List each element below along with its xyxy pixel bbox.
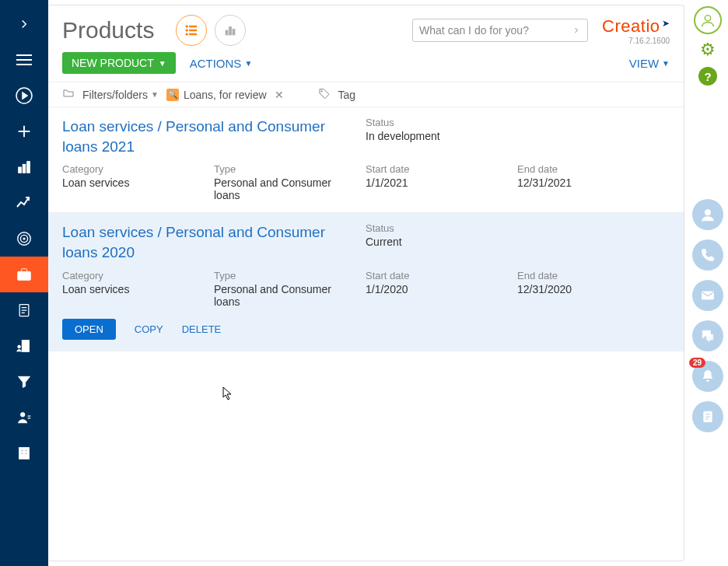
nav-expand[interactable] (0, 6, 48, 42)
gear-icon: ⚙ (700, 40, 716, 60)
bell-icon (700, 369, 716, 384)
svg-rect-3 (27, 162, 30, 173)
product-row[interactable]: Loan services / Personal and Consumer lo… (48, 213, 684, 351)
category-label: Category (62, 163, 103, 175)
phone-rail-button[interactable] (692, 239, 723, 271)
help-button[interactable]: ? (698, 67, 717, 86)
status-value: In development (366, 130, 440, 142)
end-date-label: End date (517, 270, 558, 281)
chevron-right-icon (572, 26, 581, 35)
category-value: Loan services (62, 176, 214, 201)
nav-user[interactable] (0, 400, 48, 435)
type-value: Personal and Consumer loans (214, 176, 346, 201)
nav-funnel[interactable] (0, 364, 48, 400)
caret-down-icon: ▼ (159, 59, 166, 68)
mail-rail-button[interactable] (692, 280, 723, 311)
right-rail: ⚙ ? 29 (691, 6, 725, 432)
nav-menu[interactable] (0, 42, 48, 78)
building-icon (16, 445, 33, 462)
status-value: Current (366, 236, 402, 248)
feed-rail-button[interactable] (692, 401, 723, 432)
view-menu[interactable]: VIEW ▼ (629, 57, 670, 70)
product-list: Loan services / Personal and Consumer lo… (48, 107, 684, 561)
filter-chip-remove[interactable]: ✕ (271, 89, 287, 101)
svg-rect-29 (702, 292, 714, 299)
svg-rect-23 (226, 30, 228, 35)
tag-filter[interactable]: Tag (338, 89, 356, 101)
open-button[interactable]: OPEN (62, 319, 116, 340)
svg-point-11 (20, 413, 25, 418)
list-view-button[interactable] (176, 15, 207, 46)
nav-org[interactable] (0, 328, 48, 364)
left-sidebar (0, 0, 48, 566)
svg-rect-1 (19, 167, 22, 173)
phone-icon (700, 247, 716, 263)
mail-icon (700, 288, 716, 303)
start-date-value: 1/1/2021 (366, 176, 517, 201)
tag-icon (318, 87, 331, 102)
nav-trends[interactable] (0, 185, 48, 221)
caret-down-icon: ▼ (244, 59, 252, 68)
svg-point-21 (186, 33, 188, 36)
svg-point-19 (186, 30, 188, 32)
search-input[interactable] (419, 24, 572, 37)
target-icon (16, 230, 33, 247)
view-label: VIEW (629, 57, 659, 70)
svg-rect-18 (190, 26, 197, 27)
svg-rect-25 (233, 30, 235, 36)
menu-icon (16, 54, 32, 65)
chat-rail-button[interactable] (692, 320, 723, 351)
new-product-button[interactable]: NEW PRODUCT ▼ (62, 52, 176, 74)
actions-label: ACTIONS (190, 57, 242, 70)
caret-down-icon: ▼ (151, 90, 159, 99)
status-label: Status (366, 222, 402, 234)
delete-button[interactable]: DELETE (182, 323, 222, 335)
notification-badge: 29 (689, 358, 705, 368)
version-label: 7.16.2.1600 (628, 37, 670, 45)
nav-target[interactable] (0, 221, 48, 257)
main-panel: Products Creatio ➤ 7.16.2.1600 NEW PRODU… (48, 5, 684, 561)
chart-view-button[interactable] (215, 15, 246, 46)
logo-text: Creatio (602, 16, 660, 37)
end-date-value: 12/31/2020 (517, 283, 669, 308)
briefcase-icon (16, 266, 33, 283)
profile-button[interactable] (694, 6, 722, 34)
start-date-label: Start date (366, 163, 409, 175)
actions-menu[interactable]: ACTIONS ▼ (190, 57, 253, 70)
nav-add[interactable] (0, 114, 48, 149)
nav-building[interactable] (0, 435, 48, 471)
end-date-value: 12/31/2021 (517, 176, 669, 201)
chat-icon (700, 328, 716, 344)
copy-button[interactable]: COPY (135, 323, 163, 335)
org-icon (15, 337, 33, 355)
start-date-label: Start date (366, 270, 409, 281)
category-value: Loan services (62, 283, 214, 308)
svg-point-27 (705, 16, 710, 21)
nav-products[interactable] (0, 257, 48, 292)
nav-play[interactable] (0, 78, 48, 114)
svg-point-6 (23, 238, 25, 239)
svg-rect-9 (22, 341, 29, 352)
logo: Creatio ➤ (602, 16, 670, 37)
contacts-rail-button[interactable] (692, 199, 723, 230)
new-product-label: NEW PRODUCT (72, 57, 154, 69)
filters-folders-dropdown[interactable]: Filters/folders ▼ (82, 89, 159, 101)
nav-analytics[interactable] (0, 149, 48, 185)
product-title-link[interactable]: Loan services / Personal and Consumer lo… (62, 117, 342, 156)
search-box[interactable] (412, 19, 588, 42)
filters-label: Filters/folders (82, 89, 148, 101)
search-chip-icon: 🔍 (166, 89, 179, 101)
type-label: Type (214, 163, 236, 175)
caret-down-icon: ▼ (662, 59, 670, 68)
product-title-link[interactable]: Loan services / Personal and Consumer lo… (62, 222, 342, 262)
chevron-right-icon (17, 17, 31, 31)
svg-rect-16 (26, 452, 27, 454)
status-label: Status (366, 117, 440, 128)
notifications-rail-button[interactable]: 29 (692, 361, 723, 392)
nav-document[interactable] (0, 292, 48, 328)
settings-button[interactable]: ⚙ (694, 39, 722, 61)
svg-rect-15 (21, 452, 23, 454)
chart-icon (223, 23, 237, 37)
svg-rect-14 (26, 449, 27, 451)
product-row[interactable]: Loan services / Personal and Consumer lo… (48, 107, 684, 213)
